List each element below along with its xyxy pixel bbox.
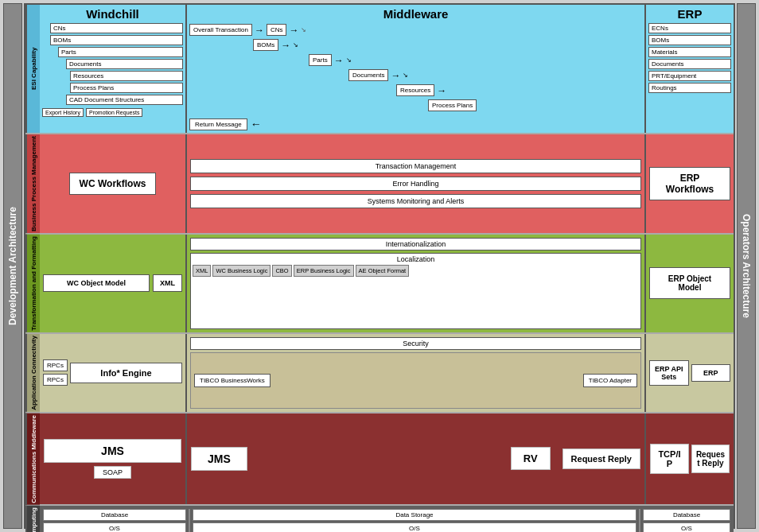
erp-api-sets: ERP API Sets: [649, 360, 689, 386]
comms-windchill: JMS SOAP: [40, 414, 187, 505]
arrow-4: →: [334, 55, 344, 66]
comms-rv: RV: [511, 447, 551, 470]
xml-box: XML: [153, 274, 182, 292]
appconn-middleware: Security TIBCO BusinessWorks TIBCO Adapt…: [187, 334, 646, 412]
arrow-1: →: [255, 25, 264, 36]
middleware-os: O/S: [193, 522, 636, 532]
physical-row-label: Physical Network Computing: [25, 506, 40, 532]
localization-container: Localization XML WC Business Logic CBO E…: [190, 253, 641, 329]
loc-erp-biz: ERP Business Logic: [294, 265, 354, 277]
esi-boms: BOMs: [50, 35, 183, 45]
return-msg-row: Return Message ←: [189, 118, 642, 130]
flow-row-4: Documents → ↘: [348, 69, 642, 81]
transform-windchill: WC Object Model XML: [40, 235, 187, 332]
transform-erp: ERP Object Model: [646, 235, 734, 332]
physical-middleware-col: Data Storage O/S: [193, 509, 640, 532]
bpm-row-label: Business Process Management: [25, 134, 40, 233]
tibco-bw: TIBCO BusinessWorks: [194, 374, 271, 387]
esi-cad: CAD Document Structures: [66, 95, 183, 105]
erp-prt: PRT/Equipment: [648, 71, 731, 81]
flow-overall-transaction: Overall Transaction: [189, 24, 252, 36]
arrow-down-4: ↘: [403, 72, 408, 79]
arrow-5: →: [391, 70, 400, 81]
erp-os: O/S: [643, 522, 730, 532]
physical-row: Physical Network Computing Database O/S …: [25, 506, 734, 532]
bpm-middleware: Transaction Management Error Handling Sy…: [187, 134, 646, 233]
tibco-adapter: TIBCO Adapter: [583, 374, 637, 387]
bpm-monitoring: Systems Monitoring and Alerts: [190, 194, 641, 208]
flow-row-3: Parts → ↘: [309, 54, 642, 66]
ops-arch-label: Operators Architecture: [737, 3, 756, 529]
center-content: ESI Capability Windchill CNs BOMs Parts …: [24, 3, 735, 529]
erp-database: Database: [643, 509, 730, 521]
info-engine: Info* Engine: [70, 363, 182, 383]
comms-tcpip: TCP/I P: [650, 444, 689, 474]
esi-docs: Documents: [66, 59, 183, 69]
flow-documents: Documents: [348, 69, 388, 81]
esi-row-label: ESI Capability: [25, 5, 40, 133]
arrow-3: →: [281, 40, 290, 51]
bpm-erp: ERP Workflows: [646, 134, 734, 233]
loc-items-row: XML WC Business Logic CBO ERP Business L…: [193, 265, 639, 277]
loc-wc-biz: WC Business Logic: [212, 265, 271, 277]
esi-bottom-row: Export History Promotion Requests: [42, 108, 183, 117]
rpc-2: RPCs: [43, 374, 68, 386]
data-storage: Data Storage: [193, 509, 636, 521]
esi-windchill-col: Windchill CNs BOMs Parts Documents Resou…: [40, 5, 187, 133]
comms-row-label: Communications Middleware: [25, 414, 40, 505]
flow-cns: CNs: [267, 24, 287, 36]
flow-row-1: Overall Transaction → CNs → ↘: [189, 24, 642, 36]
intl-bar: Internationalization: [190, 238, 641, 250]
esi-windchill-items: CNs BOMs Parts Documents Resources Proce…: [42, 23, 183, 105]
windchill-title: Windchill: [42, 7, 183, 21]
middleware-title: Middleware: [189, 7, 642, 21]
arrow-6: →: [437, 85, 446, 96]
esi-erp-items: ECNs BOMs Materials Documents PRT/Equipm…: [648, 23, 731, 93]
comms-request-reply: Request Reply: [562, 449, 640, 469]
wc-os: O/S: [43, 522, 186, 532]
main-container: Development Architecture ESI Capability …: [0, 0, 759, 532]
comms-row: Communications Middleware JMS SOAP JMS R…: [25, 414, 734, 505]
physical-content: Database O/S Data Storage O/S Database O…: [40, 506, 734, 532]
erp-docs: Documents: [648, 59, 731, 69]
bpm-erp-workflows: ERP Workflows: [649, 167, 730, 200]
transform-middleware: Internationalization Localization XML WC…: [187, 235, 646, 332]
erp-box: ERP: [691, 364, 731, 382]
physical-erp-col: Database O/S: [643, 509, 730, 532]
comms-jms-mid: JMS: [191, 447, 247, 471]
arrow-down-1: ↘: [301, 26, 306, 33]
rpc-1: RPCs: [43, 359, 68, 371]
security-bar: Security: [190, 337, 641, 350]
arrow-down-2: ↘: [293, 41, 298, 49]
esi-middleware-col: Middleware Overall Transaction → CNs → ↘…: [187, 5, 646, 133]
esi-erp-col: ERP ECNs BOMs Materials Documents PRT/Eq…: [646, 5, 734, 133]
esi-promo: Promotion Requests: [86, 108, 142, 117]
comms-soap: SOAP: [94, 466, 131, 479]
arrow-2: →: [289, 25, 298, 36]
loc-ae-object: AE Object Format: [356, 265, 410, 277]
dev-arch-label: Development Architecture: [3, 3, 22, 529]
wc-object-model: WC Object Model: [43, 274, 150, 292]
bpm-error-handling: Error Handling: [190, 177, 641, 191]
erp-boms: BOMs: [648, 35, 731, 45]
comms-request-reply-erp: Reques t Reply: [691, 445, 730, 473]
bpm-windchill: WC Workflows: [40, 134, 187, 233]
flow-process-plans: Process Plans: [428, 99, 477, 111]
tibco-row: TIBCO BusinessWorks TIBCO Adapter: [190, 352, 641, 409]
localization-title: Localization: [193, 255, 639, 263]
flow-resources: Resources: [396, 84, 434, 96]
physical-top-row: Database O/S Data Storage O/S Database O…: [43, 509, 730, 532]
arrow-down-3: ↘: [346, 56, 352, 64]
erp-object-model: ERP Object Model: [649, 267, 730, 299]
erp-routings: Routings: [648, 83, 731, 93]
wc-database: Database: [43, 509, 186, 521]
return-message-box: Return Message: [189, 118, 247, 130]
esi-row: ESI Capability Windchill CNs BOMs Parts …: [25, 5, 734, 133]
esi-resources: Resources: [70, 71, 183, 81]
bpm-transaction-mgmt: Transaction Management: [190, 159, 641, 173]
erp-title: ERP: [648, 7, 731, 21]
flow-row-2: BOMs → ↘: [253, 39, 642, 51]
esi-export: Export History: [42, 108, 84, 117]
erp-ecns: ECNs: [648, 23, 731, 33]
esi-process-plans: Process Plans: [70, 83, 183, 93]
